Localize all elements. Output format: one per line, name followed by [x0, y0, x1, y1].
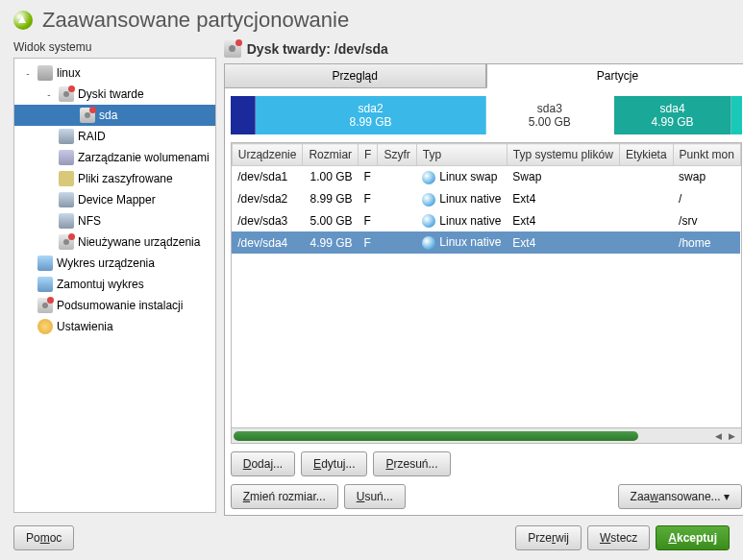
tree-item-label: Ustawienia [57, 320, 113, 333]
graph-icon [37, 277, 53, 292]
cell-fs: Ext4 [507, 231, 619, 254]
partition-type-icon [422, 193, 435, 207]
table-row[interactable]: /dev/sda28.99 GBFLinux nativeExt4/ [232, 188, 740, 210]
segment-size: 5.00 GB [529, 115, 571, 129]
cell-size: 4.99 GB [303, 231, 359, 254]
cell-enc [378, 210, 416, 232]
col-fs[interactable]: Typ systemu plików [507, 144, 619, 166]
cell-fs: Ext4 [507, 188, 619, 210]
app-icon [13, 11, 33, 30]
scroll-thumb[interactable] [234, 431, 638, 441]
tree-item-label: Zarządzanie wolumenami [78, 151, 210, 164]
tree-item[interactable]: Ustawienia [14, 316, 215, 337]
cell-f: F [359, 166, 378, 188]
disk-red-icon [59, 86, 74, 102]
cell-mnt: /home [673, 231, 740, 254]
tree-item[interactable]: Nieużywane urządzenia [14, 231, 215, 253]
move-button[interactable]: Przesuń... [373, 451, 450, 476]
tree-item[interactable]: Zarządzanie wolumenami [14, 147, 215, 168]
tree-label: Widok systemu [13, 40, 216, 54]
cell-f: F [359, 188, 378, 210]
tree-item[interactable]: RAID [14, 126, 215, 147]
tree-item-label: Podsumowanie instalacji [57, 299, 183, 312]
cell-dev: /dev/sda4 [232, 231, 303, 254]
cell-dev: /dev/sda2 [232, 188, 303, 210]
accept-button[interactable]: Akceptuj [656, 525, 730, 550]
page-title: Zaawansowane partycjonowanie [42, 8, 349, 33]
cell-f: F [359, 210, 378, 232]
partition-bar: sda28.99 GBsda35.00 GBsda44.99 GB [231, 96, 742, 134]
add-button[interactable]: Dodaj... [231, 451, 295, 476]
segment-label: sda4 [660, 102, 685, 115]
tree-item[interactable]: Device Mapper [14, 189, 215, 210]
cell-size: 8.99 GB [303, 188, 359, 210]
tree-item[interactable]: -Dyski twarde [14, 84, 215, 105]
raid-icon [59, 213, 74, 229]
tree-item-label: Pliki zaszyfrowane [78, 172, 173, 185]
table-row[interactable]: /dev/sda44.99 GBFLinux nativeExt4/home [232, 231, 740, 254]
tree-toggle-icon[interactable]: - [43, 89, 55, 100]
partition-type-icon [422, 171, 435, 184]
table-row[interactable]: /dev/sda35.00 GBFLinux nativeExt4/srv [232, 210, 740, 232]
partition-segment[interactable]: sda28.99 GB [256, 96, 485, 134]
tree-item-label: Wykres urządzenia [57, 256, 155, 270]
cell-mnt: swap [673, 166, 740, 188]
tab-overview[interactable]: Przegląd [224, 63, 486, 88]
cell-enc [378, 231, 416, 254]
cell-mnt: / [673, 188, 740, 210]
tree-item-label: Zamontuj wykres [57, 278, 144, 291]
tree-item[interactable]: Pliki zaszyfrowane [14, 168, 215, 189]
abort-button[interactable]: Przerwij [515, 525, 582, 550]
system-tree[interactable]: -linux-Dyski twardesdaRAIDZarządzanie wo… [13, 58, 216, 513]
tree-item-label: linux [57, 66, 81, 80]
col-f[interactable]: F [359, 144, 378, 166]
cell-type: Linux native [416, 210, 507, 232]
tree-item[interactable]: Wykres urządzenia [14, 253, 215, 274]
gear-icon [37, 319, 53, 334]
cell-dev: /dev/sda3 [232, 210, 303, 232]
partition-segment[interactable] [731, 96, 742, 134]
computer-icon [37, 65, 53, 81]
cell-lab [619, 166, 673, 188]
table-scrollbar[interactable]: ◀ ▶ [231, 428, 742, 444]
cell-f: F [359, 231, 378, 254]
partition-segment[interactable]: sda44.99 GB [614, 96, 731, 134]
back-button[interactable]: Wstecz [587, 525, 650, 550]
advanced-button[interactable]: Zaawansowane... ▾ [618, 484, 742, 509]
scroll-left-icon[interactable]: ◀ [712, 430, 726, 442]
tab-partitions[interactable]: Partycje [486, 63, 743, 88]
disk-icon [224, 40, 241, 58]
cell-type: Linux native [416, 188, 507, 210]
cell-enc [378, 188, 416, 210]
tree-item-label: sda [99, 109, 117, 122]
cell-lab [619, 210, 673, 232]
vol-icon [59, 150, 74, 165]
disk-red-icon [59, 234, 74, 250]
table-row[interactable]: /dev/sda11.00 GBFLinux swapSwapswap [232, 166, 740, 188]
partition-segment[interactable]: sda35.00 GB [486, 96, 614, 134]
col-device[interactable]: Urządzenie [232, 144, 303, 166]
tree-item-label: NFS [78, 214, 101, 228]
disk-title: Dysk twardy: /dev/sda [247, 41, 388, 57]
raid-icon [59, 129, 74, 144]
help-button[interactable]: Pomoc [13, 525, 74, 550]
col-size[interactable]: Rozmiar [303, 144, 359, 166]
tree-item[interactable]: Podsumowanie instalacji [14, 295, 215, 316]
cell-dev: /dev/sda1 [232, 166, 303, 188]
segment-label: sda2 [359, 102, 384, 115]
col-mount[interactable]: Punkt mon [673, 144, 740, 166]
partition-table: Urządzenie Rozmiar F Szyfr Typ Typ syste… [232, 143, 741, 254]
delete-button[interactable]: Usuń... [344, 484, 406, 509]
partition-segment[interactable] [231, 96, 257, 134]
col-label[interactable]: Etykieta [619, 144, 673, 166]
tree-item[interactable]: NFS [14, 210, 215, 231]
col-enc[interactable]: Szyfr [378, 144, 416, 166]
tree-item[interactable]: Zamontuj wykres [14, 274, 215, 295]
resize-button[interactable]: Zmień rozmiar... [231, 484, 338, 509]
scroll-right-icon[interactable]: ▶ [726, 430, 739, 442]
tree-toggle-icon[interactable]: - [22, 68, 34, 79]
col-type[interactable]: Typ [416, 144, 507, 166]
tree-item[interactable]: -linux [14, 62, 215, 84]
tree-item[interactable]: sda [14, 105, 215, 126]
edit-button[interactable]: Edytuj... [301, 451, 367, 476]
